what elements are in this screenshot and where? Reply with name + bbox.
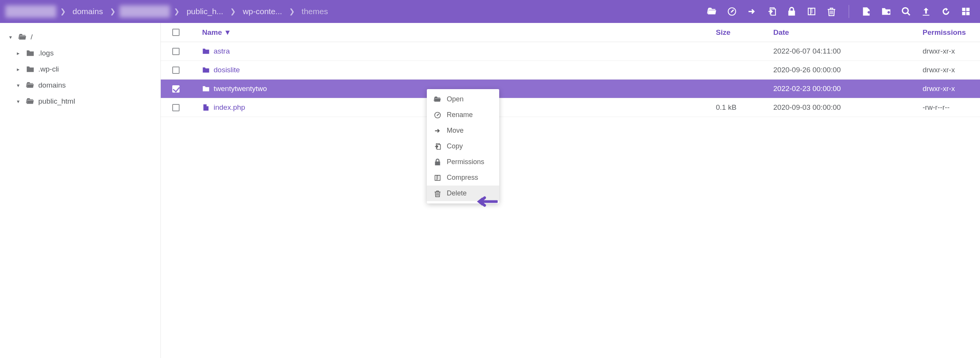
tree-label: public_html (38, 97, 75, 106)
file-size: 0.1 kB (716, 103, 773, 112)
file-permissions: drwxr-xr-x (923, 66, 972, 74)
breadcrumb-item[interactable]: xxxxx (5, 5, 56, 18)
col-name[interactable]: Name ▼ (199, 28, 716, 37)
table-row[interactable]: dosislite2020-09-26 00:00:00drwxr-xr-x (161, 61, 980, 80)
folder-icon (26, 97, 34, 106)
ctx-move[interactable]: Move (427, 123, 499, 138)
sidebar: ▾ / ▸.logs▸.wp-cli▾domains▾public_html (0, 23, 161, 358)
tree-item[interactable]: ▾domains (4, 77, 157, 93)
main: Name ▼ Size Date Permissions astra2022-0… (161, 23, 980, 358)
tree-root-label: / (31, 33, 33, 41)
ctx-label: Compress (447, 174, 478, 182)
breadcrumb-item[interactable]: xxxxx (119, 5, 170, 18)
tree-root[interactable]: ▾ / (4, 29, 157, 45)
topbar: xxxxx❯domains❯xxxxx❯public_h...❯wp-conte… (0, 0, 980, 23)
chevron-down-icon: ▾ (9, 34, 15, 40)
breadcrumb: xxxxx❯domains❯xxxxx❯public_h...❯wp-conte… (5, 5, 707, 18)
ctx-label: Delete (447, 189, 467, 197)
grid-icon[interactable] (961, 7, 971, 16)
row-checkbox[interactable] (172, 67, 180, 74)
row-checkbox[interactable] (172, 48, 180, 55)
caret-icon: ▾ (17, 82, 22, 88)
ctx-label: Move (447, 127, 464, 135)
copy-icon (434, 143, 441, 150)
file-date: 2022-02-23 00:00:00 (773, 85, 923, 93)
col-permissions[interactable]: Permissions (923, 28, 972, 37)
breadcrumb-item[interactable]: themes (299, 5, 331, 18)
ctx-perm[interactable]: Permissions (427, 154, 499, 170)
compress-icon (434, 174, 441, 182)
table-row[interactable]: astra2022-06-07 04:11:00drwxr-xr-x (161, 42, 980, 61)
chevron-right-icon: ❯ (230, 7, 236, 16)
move-icon (434, 127, 441, 135)
folder-icon (202, 85, 210, 93)
newfile-icon[interactable] (861, 7, 871, 16)
row-checkbox[interactable] (172, 104, 180, 111)
tree-label: .logs (38, 49, 54, 57)
tree-item[interactable]: ▸.logs (4, 45, 157, 61)
delete-icon (434, 190, 441, 197)
folder-icon (202, 66, 210, 74)
file-permissions: drwxr-xr-x (923, 47, 972, 55)
folder-icon (26, 65, 34, 73)
tree-item[interactable]: ▾public_html (4, 93, 157, 109)
file-date: 2020-09-03 00:00:00 (773, 103, 923, 112)
file-name: twentytwentytwo (214, 85, 267, 93)
ctx-label: Copy (447, 142, 463, 150)
chevron-right-icon: ❯ (110, 7, 116, 16)
col-size[interactable]: Size (716, 28, 773, 37)
move-icon[interactable] (747, 7, 757, 16)
perm-icon[interactable] (787, 7, 797, 16)
newfolder-icon[interactable] (881, 7, 891, 16)
tree-item[interactable]: ▸.wp-cli (4, 61, 157, 77)
folder-icon (202, 47, 210, 55)
caret-icon: ▾ (17, 98, 22, 104)
chevron-right-icon: ❯ (174, 7, 180, 16)
toolbar (707, 5, 975, 18)
ctx-compress[interactable]: Compress (427, 170, 499, 186)
separator (849, 5, 849, 18)
ctx-rename[interactable]: Rename (427, 107, 499, 123)
file-name: index.php (214, 103, 245, 112)
copy-icon[interactable] (767, 7, 777, 16)
folder-icon (26, 81, 34, 90)
chevron-right-icon: ❯ (289, 7, 295, 16)
file-permissions: -rw-r--r-- (923, 103, 972, 112)
compress-icon[interactable] (807, 7, 817, 16)
table-row[interactable]: twentytwentytwo2022-02-23 00:00:00drwxr-… (161, 80, 980, 98)
annotation-arrow (475, 195, 498, 210)
file-date: 2020-09-26 00:00:00 (773, 66, 923, 74)
context-menu: OpenRenameMoveCopyPermissionsCompressDel… (427, 89, 499, 203)
table-row[interactable]: index.php0.1 kB2020-09-03 00:00:00-rw-r-… (161, 98, 980, 117)
table-header: Name ▼ Size Date Permissions (161, 23, 980, 42)
breadcrumb-item[interactable]: public_h... (183, 5, 226, 18)
ctx-label: Permissions (447, 158, 484, 166)
file-name: dosislite (214, 66, 240, 74)
edit-icon[interactable] (727, 7, 737, 16)
breadcrumb-item[interactable]: domains (70, 5, 106, 18)
caret-icon: ▸ (17, 50, 22, 56)
ctx-open[interactable]: Open (427, 91, 499, 107)
rename-icon (434, 111, 441, 119)
caret-icon: ▸ (17, 66, 22, 72)
tree-label: .wp-cli (38, 65, 59, 73)
file-permissions: drwxr-xr-x (923, 85, 972, 93)
col-date[interactable]: Date (773, 28, 923, 37)
open-icon (434, 96, 441, 103)
refresh-icon[interactable] (941, 7, 951, 16)
folder-open-icon (18, 33, 27, 41)
file-name: astra (214, 47, 230, 55)
breadcrumb-item[interactable]: wp-conte... (240, 5, 285, 18)
tree-label: domains (38, 81, 66, 90)
search-icon[interactable] (901, 7, 911, 16)
upload-icon[interactable] (921, 7, 931, 16)
open-icon[interactable] (707, 7, 717, 16)
select-all-checkbox[interactable] (172, 29, 180, 36)
folder-icon (26, 49, 34, 57)
ctx-copy[interactable]: Copy (427, 138, 499, 154)
chevron-right-icon: ❯ (60, 7, 66, 16)
ctx-label: Rename (447, 111, 473, 119)
perm-icon (434, 158, 441, 166)
row-checkbox[interactable] (172, 85, 180, 93)
delete-icon[interactable] (826, 7, 836, 16)
